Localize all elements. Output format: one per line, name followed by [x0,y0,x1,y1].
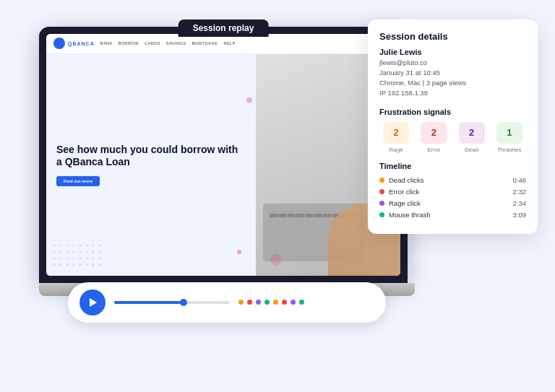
tl-dot-1 [379,189,384,194]
frustration-rage: 2 Rage [379,122,413,153]
progress-track[interactable] [114,301,230,304]
cta-button[interactable]: Find out more [56,176,100,186]
nav-links: BANK BORROW CARDS SAVINGS MORTGAGE HELP [100,41,369,45]
dead-badge: 2 [459,122,485,144]
frustration-title: Frustration signals [379,108,526,116]
nav-bank[interactable]: BANK [100,41,113,45]
frustration-grid: 2 Rage 2 Error 2 Dead 1 Thrashes [379,122,526,153]
user-ip: IP 192.158.1.38 [379,88,526,98]
nav-borrow[interactable]: BORROW [119,41,139,45]
nav-help[interactable]: HELP [223,41,235,45]
tl-dot-0 [379,178,384,183]
pink-circle-2 [237,250,241,254]
hero-heading: See how much you could borrow with a QBa… [56,144,246,169]
timeline-dot-2 [247,300,252,305]
pink-blob-hero-2 [270,254,281,265]
timeline-dot-4 [264,300,270,305]
dot-grid [53,245,103,269]
navbar: QBANCA BANK BORROW CARDS SAVINGS MORTGAG… [46,34,400,54]
user-email: jlewis@pluto.co [379,58,526,68]
progress-fill [114,301,184,304]
nav-cards[interactable]: CARDS [145,41,160,45]
scene: Session replay QBANCA BANK BORROW CARDS … [17,12,538,380]
timeline-row-2: Rage click 2:34 [379,199,526,207]
hero: See how much you could borrow with a QBa… [46,54,400,276]
laptop-screen-bezel: Session replay QBANCA BANK BORROW CARDS … [39,27,408,283]
session-card: Session details Julie Lewis jlewis@pluto… [368,19,538,234]
tl-dot-3 [379,212,384,217]
card-title: Session details [379,31,526,42]
error-label: Error [427,147,440,153]
nav-mortgage[interactable]: MORTGAGE [192,41,218,45]
logo-text: QBANCA [68,41,95,46]
tl-time-3: 3:09 [513,211,527,219]
timeline-row-0: Dead clicks 0:46 [379,176,526,184]
session-replay-bar: Session replay [178,19,269,37]
laptop: Session replay QBANCA BANK BORROW CARDS … [39,27,422,330]
timeline-row-3: Mouse thrash 3:09 [379,211,526,219]
player-bar [68,282,386,323]
screen-content: QBANCA BANK BORROW CARDS SAVINGS MORTGAG… [46,34,400,276]
tl-time-1: 2:32 [513,188,527,196]
dead-label: Dead [465,147,478,153]
hero-left: See how much you could borrow with a QBa… [46,54,256,276]
timeline-dot-1 [238,300,244,305]
timeline-section: Timeline Dead clicks 0:46 Error click 2:… [379,162,526,219]
timeline-dot-6 [282,300,287,305]
nav-savings[interactable]: SAVINGS [166,41,186,45]
logo-icon [53,38,65,49]
timeline-dot-3 [256,300,261,305]
rage-label: Rage [390,147,403,153]
tl-event-2: Rage click [389,199,421,207]
timeline-dot-8 [299,300,304,305]
user-date: January 31 at 10:45 [379,68,526,78]
tl-dot-2 [379,201,384,206]
timeline-dot-5 [273,300,278,305]
timeline-title: Timeline [379,162,526,170]
tl-time-2: 2:34 [513,199,527,207]
tl-event-1: Error click [389,188,419,196]
timeline-dots [238,300,304,305]
frustration-dead: 2 Dead [455,122,489,153]
user-name: Julie Lewis [379,48,526,56]
thrash-label: Thrashes [497,147,521,153]
tl-time-0: 0:46 [513,176,527,184]
pink-circle-1 [246,97,252,103]
progress-thumb [180,299,187,306]
frustration-error: 2 Error [417,122,450,153]
error-badge: 2 [421,122,447,144]
tl-event-0: Dead clicks [389,176,424,184]
user-meta: Chrome, Mac | 3 page views [379,78,526,88]
session-replay-label: Session replay [193,23,254,33]
play-button[interactable] [79,289,106,315]
tl-event-3: Mouse thrash [389,211,431,219]
rage-badge: 2 [383,122,409,144]
frustration-thrash: 1 Thrashes [493,122,526,153]
timeline-dot-7 [291,300,296,305]
thrash-badge: 1 [496,122,522,144]
play-icon [90,298,97,307]
timeline-row-1: Error click 2:32 [379,188,526,196]
